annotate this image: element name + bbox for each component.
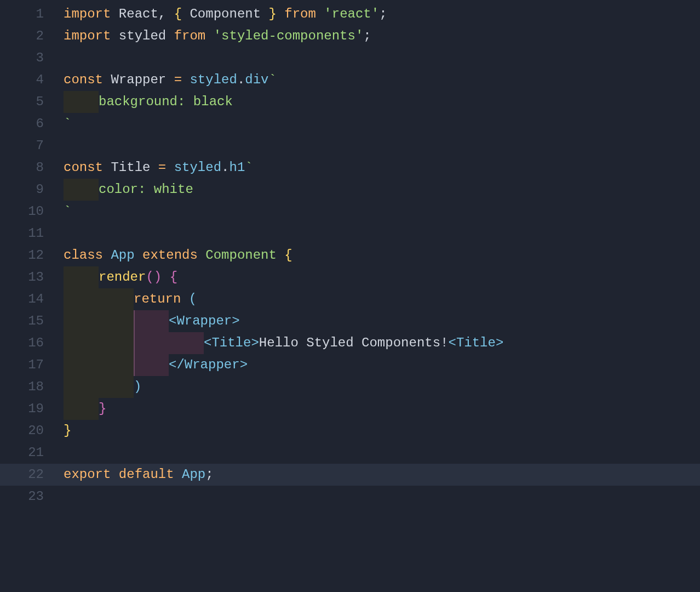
code-content[interactable]: } — [54, 420, 700, 442]
code-content[interactable]: const Title = styled.h1` — [54, 157, 700, 179]
code-content[interactable]: ) — [54, 376, 700, 398]
indent-guide — [64, 288, 99, 310]
line-number: 12 — [0, 244, 54, 266]
code-content[interactable]: color: white — [54, 179, 700, 201]
ident-wrapper: Wrapper — [111, 72, 166, 87]
jsx-tag-title: Title — [456, 335, 496, 350]
indent-guide — [64, 91, 99, 113]
code-line[interactable]: 23 — [0, 486, 700, 508]
code-content[interactable]: const Wrapper = styled.div` — [54, 69, 700, 91]
code-content[interactable] — [54, 47, 700, 69]
backtick: ` — [64, 116, 71, 131]
code-content[interactable]: } — [54, 398, 700, 420]
code-content[interactable] — [54, 486, 700, 508]
line-number: 20 — [0, 420, 54, 442]
ident-app: App — [111, 248, 134, 263]
code-content[interactable]: </Wrapper> — [54, 354, 700, 376]
code-content[interactable]: <Wrapper> — [54, 310, 700, 332]
string-react: 'react' — [324, 7, 379, 21]
line-number: 18 — [0, 376, 54, 398]
jsx-open-angle: < — [204, 335, 211, 350]
line-number: 6 — [0, 113, 54, 135]
code-content[interactable]: ` — [54, 113, 700, 135]
ident-component: Component — [190, 7, 261, 21]
code-content[interactable] — [54, 442, 700, 464]
code-line[interactable]: 12 class App extends Component { — [0, 244, 700, 266]
line-number: 22 — [0, 464, 54, 486]
code-content[interactable]: render() { — [54, 266, 700, 288]
code-line[interactable]: 7 — [0, 135, 700, 157]
code-line[interactable]: 11 — [0, 223, 700, 244]
code-line[interactable]: 16 <Title>Hello Styled Components!<Title… — [0, 332, 700, 354]
code-content[interactable] — [54, 135, 700, 157]
code-content[interactable]: background: black — [54, 91, 700, 113]
indent-guide — [134, 354, 169, 376]
indent-guide — [99, 354, 134, 376]
line-number: 2 — [0, 25, 54, 47]
ident-styled: styled — [190, 72, 237, 87]
ident-app: App — [182, 467, 205, 482]
code-line-current[interactable]: 22 export default App; — [0, 464, 700, 486]
indent-guide — [134, 310, 169, 332]
code-content[interactable]: class App extends Component { — [54, 244, 700, 266]
code-line[interactable]: 4 const Wrapper = styled.div` — [0, 69, 700, 91]
keyword-class: class — [64, 248, 103, 263]
brace-open: { — [284, 248, 292, 263]
jsx-open-angle: < — [169, 357, 176, 372]
jsx-open-angle: < — [169, 314, 176, 328]
line-number: 9 — [0, 179, 54, 201]
backtick: ` — [64, 204, 71, 219]
keyword-from: from — [284, 7, 316, 21]
line-number: 14 — [0, 288, 54, 310]
indent-guide — [99, 288, 134, 310]
css-rule: color: white — [99, 182, 193, 197]
code-line[interactable]: 8 const Title = styled.h1` — [0, 157, 700, 179]
code-line[interactable]: 5 background: black — [0, 91, 700, 113]
jsx-tag-wrapper: Wrapper — [185, 357, 240, 372]
code-line[interactable]: 17 </Wrapper> — [0, 354, 700, 376]
code-line[interactable]: 15 <Wrapper> — [0, 310, 700, 332]
indent-guide — [99, 332, 134, 354]
code-content[interactable]: import styled from 'styled-components'; — [54, 25, 700, 47]
code-line[interactable]: 9 color: white — [0, 179, 700, 201]
line-number: 15 — [0, 310, 54, 332]
code-content[interactable]: <Title>Hello Styled Components!<Title> — [54, 332, 700, 354]
code-line[interactable]: 3 — [0, 47, 700, 69]
indent-guide — [64, 179, 99, 201]
line-number: 3 — [0, 47, 54, 69]
code-line[interactable]: 6 ` — [0, 113, 700, 135]
keyword-export: export — [64, 467, 111, 482]
indent-guide — [64, 310, 99, 332]
code-content[interactable]: import React, { Component } from 'react'… — [54, 3, 700, 25]
line-number: 16 — [0, 332, 54, 354]
keyword-const: const — [64, 160, 103, 175]
css-rule: background: black — [99, 94, 233, 109]
string-styled-components: 'styled-components' — [214, 29, 364, 43]
code-content[interactable]: export default App; — [54, 464, 700, 486]
line-number: 11 — [0, 223, 54, 244]
brace-open: { — [174, 7, 182, 21]
line-number: 7 — [0, 135, 54, 157]
method-render: render — [99, 270, 146, 284]
code-line[interactable]: 20 } — [0, 420, 700, 442]
line-number: 5 — [0, 91, 54, 113]
code-editor[interactable]: 1 import React, { Component } from 'reac… — [0, 0, 700, 508]
code-line[interactable]: 14 return ( — [0, 288, 700, 310]
line-number: 21 — [0, 442, 54, 464]
code-line[interactable]: 2 import styled from 'styled-components'… — [0, 25, 700, 47]
paren-open: ( — [189, 292, 197, 306]
code-line[interactable]: 13 render() { — [0, 266, 700, 288]
code-line[interactable]: 10 ` — [0, 201, 700, 223]
jsx-text: Hello Styled Components! — [259, 335, 449, 350]
brace-close: } — [269, 7, 277, 21]
code-line[interactable]: 18 ) — [0, 376, 700, 398]
keyword-import: import — [64, 7, 111, 21]
code-line[interactable]: 1 import React, { Component } from 'reac… — [0, 3, 700, 25]
code-content[interactable]: return ( — [54, 288, 700, 310]
code-line[interactable]: 19 } — [0, 398, 700, 420]
code-line[interactable]: 21 — [0, 442, 700, 464]
code-content[interactable]: ` — [54, 201, 700, 223]
keyword-from: from — [174, 29, 206, 43]
code-content[interactable] — [54, 223, 700, 244]
line-number: 19 — [0, 398, 54, 420]
